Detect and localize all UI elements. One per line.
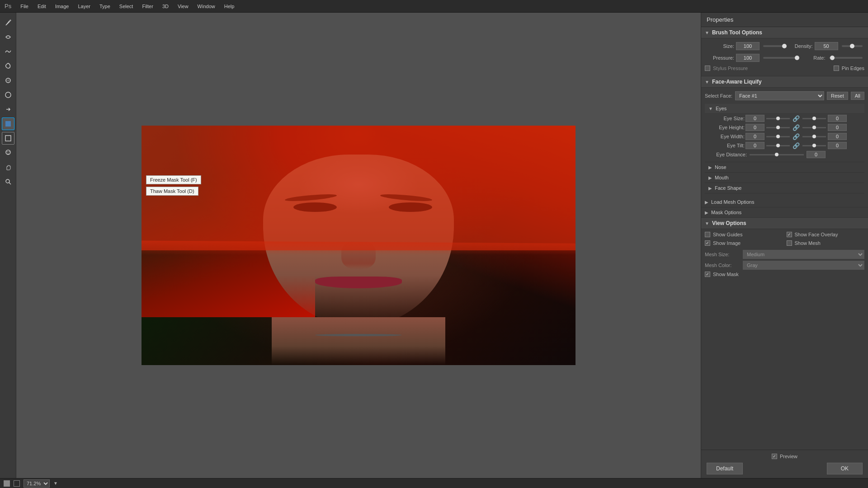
menu-window[interactable]: Window — [198, 4, 215, 9]
freeze-mask-tool[interactable] — [2, 117, 14, 130]
eye-height-right-slider[interactable] — [802, 127, 826, 128]
brush-tool[interactable] — [2, 16, 14, 29]
eye-height-link-icon[interactable]: 🔗 — [792, 124, 801, 131]
rate-slider-track[interactable] — [829, 57, 863, 59]
eye-height-left-input[interactable] — [745, 124, 764, 131]
eye-size-right-slider[interactable] — [802, 118, 826, 119]
show-image-checkbox[interactable] — [705, 240, 710, 246]
pin-edges-checkbox[interactable] — [834, 66, 839, 71]
zoom-tool[interactable] — [2, 175, 14, 188]
eye-size-label: Eye Size: — [708, 116, 745, 121]
default-button[interactable]: Default — [707, 463, 743, 474]
pressure-rate-row: Pressure: Rate: — [705, 54, 864, 62]
menu-layer[interactable]: Layer — [78, 4, 90, 9]
eye-tilt-left-input[interactable] — [745, 142, 764, 149]
zoom-select[interactable]: 71.2% — [24, 479, 50, 488]
eye-width-link-icon[interactable]: 🔗 — [792, 133, 801, 140]
eye-width-right-input[interactable] — [828, 133, 847, 140]
show-mesh-label: Show Mesh — [795, 240, 821, 246]
menu-image[interactable]: Image — [55, 4, 69, 9]
all-button[interactable]: All — [851, 92, 864, 100]
density-slider-track[interactable] — [842, 45, 863, 47]
view-options-header[interactable]: ▼ View Options — [701, 218, 868, 229]
face-shape-section-header[interactable]: ▶ Face Shape — [705, 183, 864, 193]
right-panel: Properties ▼ Brush Tool Options Size: De… — [701, 13, 868, 478]
eye-tilt-right-input[interactable] — [828, 142, 847, 149]
svg-point-5 — [7, 151, 8, 152]
face-tool[interactable] — [2, 146, 14, 159]
size-slider-thumb[interactable] — [782, 44, 787, 48]
smooth-tool[interactable] — [2, 45, 14, 58]
eye-width-left-input[interactable] — [745, 133, 764, 140]
show-image-row: Show Image — [705, 240, 783, 246]
size-slider-track[interactable] — [763, 45, 784, 47]
bloat-tool[interactable] — [2, 89, 14, 101]
load-mesh-header[interactable]: ▶ Load Mesh Options — [701, 197, 868, 207]
canvas-area[interactable]: Freeze Mask Tool (F) Thaw Mask Tool (D) — [16, 13, 701, 478]
mesh-color-select[interactable]: Gray — [743, 261, 864, 270]
density-slider-thumb[interactable] — [850, 44, 854, 48]
twirl-tool[interactable] — [2, 60, 14, 72]
preview-row: Preview — [707, 454, 863, 459]
eye-tilt-right-slider[interactable] — [802, 145, 826, 146]
pressure-input[interactable] — [736, 54, 760, 62]
eye-size-right-input[interactable] — [828, 115, 847, 122]
face-select-dropdown[interactable]: Face #1 — [735, 91, 824, 100]
eye-width-left-slider[interactable] — [766, 136, 790, 137]
mouth-caret-icon: ▶ — [708, 175, 712, 180]
density-input[interactable] — [815, 42, 838, 50]
eye-size-link-icon[interactable]: 🔗 — [792, 115, 801, 122]
menu-help[interactable]: Help — [224, 4, 235, 9]
eye-size-left-slider[interactable] — [766, 118, 790, 119]
eye-size-row: Eye Size: 🔗 — [708, 115, 861, 122]
show-mesh-checkbox[interactable] — [787, 240, 792, 246]
menu-3d[interactable]: 3D — [162, 4, 169, 9]
brush-tool-options-header[interactable]: ▼ Brush Tool Options — [701, 27, 868, 38]
stylus-pressure-checkbox[interactable] — [705, 66, 710, 71]
eye-tilt-link-icon[interactable]: 🔗 — [792, 142, 801, 149]
size-input[interactable] — [736, 42, 760, 50]
eye-distance-row: Eye Distance: — [708, 151, 861, 158]
eye-distance-input[interactable] — [807, 151, 826, 158]
show-guides-checkbox[interactable] — [705, 232, 710, 237]
thaw-mask-tool[interactable] — [2, 132, 14, 145]
left-toolbar — [0, 13, 16, 478]
pressure-slider-track[interactable] — [763, 57, 797, 59]
menu-view[interactable]: View — [178, 4, 189, 9]
eyes-header[interactable]: ▼ Eyes — [705, 104, 864, 113]
ok-button[interactable]: OK — [827, 463, 863, 474]
eye-width-right-slider[interactable] — [802, 136, 826, 137]
eye-size-left-input[interactable] — [745, 115, 764, 122]
show-guides-label: Show Guides — [713, 232, 742, 237]
nose-section-header[interactable]: ▶ Nose — [705, 162, 864, 173]
eye-tilt-left-slider[interactable] — [766, 145, 790, 146]
preview-checkbox[interactable] — [772, 454, 777, 459]
face-aware-header[interactable]: ▼ Face-Aware Liquify — [701, 76, 868, 88]
eye-height-right-input[interactable] — [828, 124, 847, 131]
svg-point-1 — [5, 92, 11, 98]
hand-tool[interactable] — [2, 161, 14, 174]
menu-filter[interactable]: Filter — [142, 4, 153, 9]
menu-edit[interactable]: Edit — [38, 4, 46, 9]
pucker-tool[interactable] — [2, 74, 14, 87]
reset-button[interactable]: Reset — [827, 92, 848, 100]
menu-select[interactable]: Select — [119, 4, 133, 9]
mask-options-header[interactable]: ▶ Mask Options — [701, 207, 868, 218]
mouth-section-header[interactable]: ▶ Mouth — [705, 173, 864, 183]
panel-scroll[interactable]: ▼ Brush Tool Options Size: Density: — [701, 27, 868, 450]
mesh-size-label: Mesh Size: — [705, 252, 741, 257]
eyes-title: Eyes — [716, 106, 726, 111]
reconstruct-tool[interactable] — [2, 31, 14, 43]
push-left-tool[interactable] — [2, 103, 14, 116]
eye-height-left-slider[interactable] — [766, 127, 790, 128]
rate-slider-thumb[interactable] — [830, 56, 835, 60]
eye-distance-slider[interactable] — [750, 154, 804, 155]
menu-type[interactable]: Type — [99, 4, 110, 9]
pressure-slider-thumb[interactable] — [795, 56, 799, 60]
brush-tool-options-content: Size: Density: Pressure: — [701, 38, 868, 76]
show-mask-checkbox[interactable] — [705, 272, 710, 277]
menu-file[interactable]: File — [20, 4, 28, 9]
show-face-overlay-checkbox[interactable] — [787, 232, 792, 237]
mesh-size-select[interactable]: Medium — [743, 250, 864, 259]
eyes-chevron: ▼ — [708, 106, 713, 111]
